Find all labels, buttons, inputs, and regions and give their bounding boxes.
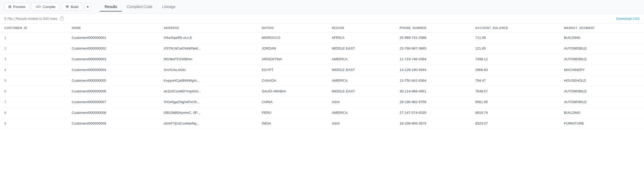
cell-account_balance: 7498.12 [471, 54, 560, 65]
build-label: Build [71, 5, 78, 9]
cell-account_balance: 794.47 [471, 75, 560, 86]
cell-address: MG9kdTD2WBHm [159, 54, 258, 65]
cell-nation: MOROCCO [258, 32, 328, 43]
status-bar: 5.78s | Results limited to 500 rows. ? D… [0, 14, 644, 24]
cell-market_segment: AUTOMOBILE [560, 86, 644, 97]
table-row: 7Customer#000000007TcGe5gaZNgVePxU5...CH… [0, 97, 644, 107]
cell-nation: SAUDI ARABIA [258, 86, 328, 97]
build-button[interactable]: ⚒ Build [62, 3, 82, 11]
cell-address: xKiAFTjUsCuxfeleNq... [159, 118, 258, 129]
build-icon: ⚒ [66, 5, 69, 9]
cell-region: MIDDLE EAST [327, 65, 395, 75]
table-container: CUSTOMER_ID NAME ADDRESS NATION REGION P… [0, 24, 644, 129]
dropdown-button[interactable]: ▾ [85, 3, 91, 11]
header-row: CUSTOMER_ID NAME ADDRESS NATION REGION P… [0, 24, 644, 32]
status-text: 5.78s | Results limited to 500 rows. [4, 17, 58, 21]
cell-name: Customer#000000004 [67, 65, 159, 75]
cell-phone_number: 25-989-741-2988 [395, 32, 471, 43]
tab-compiled-code[interactable]: Compiled Code [122, 2, 158, 12]
col-header-region: REGION [327, 24, 395, 32]
col-header-customer-id: CUSTOMER_ID [0, 24, 67, 32]
cell-account_balance: 711.56 [471, 32, 560, 43]
table-row: 6Customer#000000006sKZz0CsnMD7mp4Xd...SA… [0, 86, 644, 97]
tab-lineage[interactable]: Lineage [157, 2, 180, 12]
cell-nation: JORDAN [258, 43, 328, 54]
col-header-nation: NATION [258, 24, 328, 32]
cell-nation: ARGENTINA [258, 54, 328, 65]
cell-customer_id: 9 [0, 118, 67, 129]
col-header-phone-number: PHONE_NUMBER [395, 24, 471, 32]
compile-icon: </> [36, 5, 41, 9]
cell-address: XSTf4,NCwDVaWNe6... [159, 43, 258, 54]
cell-customer_id: 1 [0, 32, 67, 43]
cell-market_segment: BUILDING [560, 107, 644, 118]
cell-customer_id: 2 [0, 43, 67, 54]
tab-bar: Results Compiled Code Lineage [100, 2, 180, 11]
cell-customer_id: 3 [0, 54, 67, 65]
cell-address: TcGe5gaZNgVePxU5... [159, 97, 258, 107]
cell-market_segment: HOUSEHOLD [560, 75, 644, 86]
cell-region: AMERICA [327, 54, 395, 65]
cell-region: AFRICA [327, 32, 395, 43]
cell-market_segment: BUILDING [560, 32, 644, 43]
cell-phone_number: 11-719-748-3364 [395, 54, 471, 65]
cell-nation: CHINA [258, 97, 328, 107]
cell-account_balance: 7638.57 [471, 86, 560, 97]
cell-name: Customer#000000003 [67, 54, 159, 65]
cell-market_segment: AUTOMOBILE [560, 97, 644, 107]
results-table: CUSTOMER_ID NAME ADDRESS NATION REGION P… [0, 24, 644, 129]
cell-account_balance: 2866.83 [471, 65, 560, 75]
table-row: 9Customer#000000009xKiAFTjUsCuxfeleNq...… [0, 118, 644, 129]
cell-region: AMERICA [327, 75, 395, 86]
cell-address: sKZz0CsnMD7mp4Xd... [159, 86, 258, 97]
download-csv-link[interactable]: Download CSV [616, 17, 640, 21]
table-header: CUSTOMER_ID NAME ADDRESS NATION REGION P… [0, 24, 644, 32]
cell-market_segment: AUTOMOBILE [560, 43, 644, 54]
cell-name: Customer#000000006 [67, 86, 159, 97]
cell-market_segment: AUTOMOBILE [560, 54, 644, 65]
preview-button[interactable]: ⊞ Preview [4, 3, 29, 11]
cell-phone_number: 28-190-982-9759 [395, 97, 471, 107]
cell-region: MIDDLE EAST [327, 43, 395, 54]
preview-icon: ⊞ [8, 5, 11, 9]
table-row: 1Customer#000000001IVhzIApeRb ot,c,EMORO… [0, 32, 644, 43]
cell-region: MIDDLE EAST [327, 86, 395, 97]
toolbar: ⊞ Preview </> Compile ⚒ Build ▾ Results … [0, 0, 644, 14]
cell-customer_id: 5 [0, 75, 67, 86]
col-header-address: ADDRESS [159, 24, 258, 32]
col-header-name: NAME [67, 24, 159, 32]
compile-label: Compile [43, 5, 56, 9]
status-left: 5.78s | Results limited to 500 rows. ? [4, 16, 64, 21]
cell-account_balance: 6819.74 [471, 107, 560, 118]
cell-name: Customer#000000007 [67, 97, 159, 107]
tab-results[interactable]: Results [100, 2, 122, 12]
cell-market_segment: FURNITURE [560, 118, 644, 129]
help-icon[interactable]: ? [60, 16, 64, 21]
col-header-market-segment: MARKET_SEGMENT [560, 24, 644, 32]
cell-market_segment: MACHINERY [560, 65, 644, 75]
table-row: 5Customer#000000005KvpyuHCplrB84WgAi...C… [0, 75, 644, 86]
table-row: 8Customer#000000008I0B10bB0AymmC, 0P...P… [0, 107, 644, 118]
cell-address: IVhzIApeRb ot,c,E [159, 32, 258, 43]
cell-account_balance: 8324.07 [471, 118, 560, 129]
cell-phone_number: 27-147-574-9335 [395, 107, 471, 118]
table-row: 2Customer#000000002XSTf4,NCwDVaWNe6...JO… [0, 43, 644, 54]
cell-phone_number: 13-750-942-6364 [395, 75, 471, 86]
table-row: 3Customer#000000003MG9kdTD2WBHmARGENTINA… [0, 54, 644, 65]
cell-name: Customer#000000005 [67, 75, 159, 86]
cell-account_balance: 9561.95 [471, 97, 560, 107]
cell-nation: INDIA [258, 118, 328, 129]
cell-nation: CANADA [258, 75, 328, 86]
cell-nation: PERU [258, 107, 328, 118]
compile-button[interactable]: </> Compile [32, 3, 59, 11]
preview-label: Preview [13, 5, 25, 9]
cell-customer_id: 8 [0, 107, 67, 118]
cell-phone_number: 30-114-968-4951 [395, 86, 471, 97]
cell-region: ASIA [327, 118, 395, 129]
cell-phone_number: 14-128-190-5944 [395, 65, 471, 75]
table-body: 1Customer#000000001IVhzIApeRb ot,c,EMORO… [0, 32, 644, 129]
cell-account_balance: 121.65 [471, 43, 560, 54]
cell-name: Customer#000000009 [67, 118, 159, 129]
cell-name: Customer#000000001 [67, 32, 159, 43]
cell-address: I0B10bB0AymmC, 0P... [159, 107, 258, 118]
